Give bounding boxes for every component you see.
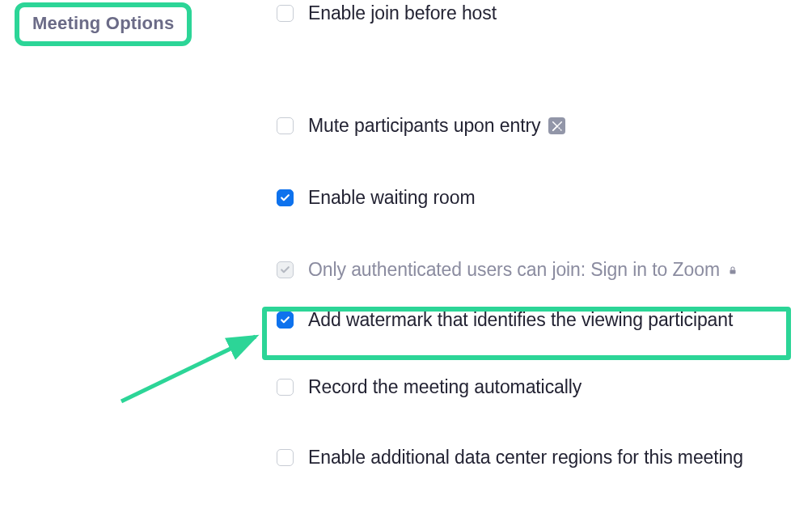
option-label: Record the meeting automatically xyxy=(308,376,582,398)
option-join-before-host: Enable join before host xyxy=(277,2,812,24)
option-watermark: Add watermark that identifies the viewin… xyxy=(277,309,812,331)
section-title-highlight: Meeting Options xyxy=(15,2,192,46)
checkbox-auto-record[interactable] xyxy=(277,379,294,396)
option-label: Only authenticated users can join: Sign … xyxy=(308,259,720,281)
option-label: Enable waiting room xyxy=(308,187,476,209)
checkbox-auth-users xyxy=(277,261,294,278)
checkbox-join-before-host[interactable] xyxy=(277,5,294,22)
option-label: Enable additional data center regions fo… xyxy=(308,447,743,469)
info-badge-icon[interactable] xyxy=(548,117,565,134)
checkbox-data-centers[interactable] xyxy=(277,449,294,466)
option-label: Add watermark that identifies the viewin… xyxy=(308,309,733,331)
option-auto-record: Record the meeting automatically xyxy=(277,376,812,398)
checkbox-mute-on-entry[interactable] xyxy=(277,117,294,134)
option-data-centers: Enable additional data center regions fo… xyxy=(277,447,812,469)
checkbox-watermark[interactable] xyxy=(277,312,294,329)
lock-icon xyxy=(728,265,738,276)
svg-rect-0 xyxy=(730,269,735,273)
option-label: Mute participants upon entry xyxy=(308,115,540,137)
option-waiting-room: Enable waiting room xyxy=(277,187,812,209)
checkbox-waiting-room[interactable] xyxy=(277,189,294,206)
option-label: Enable join before host xyxy=(308,2,497,24)
option-auth-users: Only authenticated users can join: Sign … xyxy=(277,259,812,281)
option-mute-on-entry: Mute participants upon entry xyxy=(277,115,812,137)
section-title: Meeting Options xyxy=(32,13,174,33)
